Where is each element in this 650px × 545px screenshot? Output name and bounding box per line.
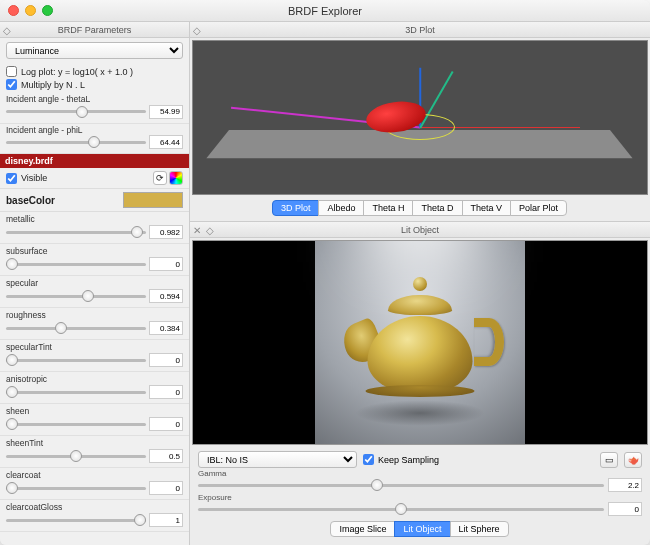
- 3d-plot-tabs: 3D PlotAlbedoTheta HTheta DTheta VPolar …: [190, 197, 650, 221]
- param-label: specularTint: [6, 342, 183, 352]
- thetaL-slider[interactable]: Incident angle - thetaL: [0, 93, 189, 124]
- ibl-select[interactable]: IBL: No IS: [198, 451, 357, 468]
- param-range[interactable]: [6, 327, 146, 330]
- param-metallic-slider[interactable]: metallic: [0, 212, 189, 244]
- gamma-slider[interactable]: Gamma: [198, 470, 642, 492]
- param-label: clearcoat: [6, 470, 183, 480]
- lit-object-tabs: Image SliceLit ObjectLit Sphere: [190, 518, 650, 542]
- param-subsurface-slider[interactable]: subsurface: [0, 244, 189, 276]
- keep-sampling-label: Keep Sampling: [378, 455, 439, 465]
- thetaL-label: Incident angle - thetaL: [6, 95, 183, 104]
- gamma-range[interactable]: [198, 484, 604, 487]
- tab-polar-plot[interactable]: Polar Plot: [510, 200, 567, 216]
- multiply-nl-checkbox[interactable]: Multiply by N . L: [6, 78, 183, 91]
- param-range[interactable]: [6, 519, 146, 522]
- param-range[interactable]: [6, 423, 146, 426]
- param-label: metallic: [6, 214, 183, 224]
- gamma-value[interactable]: [608, 478, 642, 492]
- thetaL-range[interactable]: [6, 110, 146, 113]
- 3d-plot-pane: ◇ 3D Plot 3D PlotAlbedoTheta HTheta DThe…: [190, 22, 650, 222]
- basecolor-swatch[interactable]: [123, 192, 183, 208]
- visible-label: Visible: [21, 173, 47, 183]
- param-sheen-slider[interactable]: sheen: [0, 404, 189, 436]
- detach-icon[interactable]: ◇: [193, 25, 203, 35]
- phiL-slider[interactable]: Incident angle - phiL: [0, 124, 189, 155]
- color-button[interactable]: [169, 171, 183, 185]
- param-range[interactable]: [6, 295, 146, 298]
- brdf-parameters-panel: ◇ BRDF Parameters Luminance Log plot: y …: [0, 22, 190, 545]
- tab-lit-sphere[interactable]: Lit Sphere: [450, 521, 509, 537]
- log-plot-checkbox[interactable]: Log plot: y = log10( x + 1.0 ): [6, 65, 183, 78]
- exposure-slider[interactable]: Exposure: [198, 494, 642, 516]
- phiL-value[interactable]: [149, 135, 183, 149]
- param-label: roughness: [6, 310, 183, 320]
- param-range[interactable]: [6, 231, 146, 234]
- keep-sampling-checkbox[interactable]: Keep Sampling: [363, 453, 439, 466]
- tab-theta-v[interactable]: Theta V: [462, 200, 512, 216]
- param-specularTint-slider[interactable]: specularTint: [0, 340, 189, 372]
- param-sheenTint-slider[interactable]: sheenTint: [0, 436, 189, 468]
- tab-theta-h[interactable]: Theta H: [363, 200, 413, 216]
- panel-title: 3D Plot: [405, 25, 435, 35]
- tab-image-slice[interactable]: Image Slice: [330, 521, 395, 537]
- exposure-value[interactable]: [608, 502, 642, 516]
- lit-object-pane: ✕ ◇ Lit Object: [190, 222, 650, 545]
- param-value[interactable]: [149, 513, 183, 527]
- screenshot-button[interactable]: ▭: [600, 452, 618, 468]
- panel-title: Lit Object: [401, 225, 439, 235]
- param-anisotropic-slider[interactable]: anisotropic: [0, 372, 189, 404]
- exposure-range[interactable]: [198, 508, 604, 511]
- exposure-label: Exposure: [198, 494, 642, 502]
- param-specular-slider[interactable]: specular: [0, 276, 189, 308]
- detach-icon[interactable]: ◇: [3, 25, 13, 35]
- param-label: specular: [6, 278, 183, 288]
- channel-select[interactable]: Luminance: [6, 42, 183, 59]
- visible-checkbox[interactable]: Visible: [6, 172, 47, 185]
- param-range[interactable]: [6, 455, 146, 458]
- brdf-parameters-header: ◇ BRDF Parameters: [0, 22, 189, 38]
- param-value[interactable]: [149, 481, 183, 495]
- window-title: BRDF Explorer: [0, 5, 650, 17]
- model-button[interactable]: 🫖: [624, 452, 642, 468]
- param-range[interactable]: [6, 391, 146, 394]
- param-range[interactable]: [6, 487, 146, 490]
- 3d-plot-header: ◇ 3D Plot: [190, 22, 650, 38]
- param-roughness-slider[interactable]: roughness: [0, 308, 189, 340]
- thetaL-value[interactable]: [149, 105, 183, 119]
- param-label: sheenTint: [6, 438, 183, 448]
- param-label: sheen: [6, 406, 183, 416]
- app-window: BRDF Explorer ◇ BRDF Parameters Luminanc…: [0, 0, 650, 545]
- param-value[interactable]: [149, 257, 183, 271]
- param-value[interactable]: [149, 385, 183, 399]
- param-label: subsurface: [6, 246, 183, 256]
- param-value[interactable]: [149, 449, 183, 463]
- param-label: anisotropic: [6, 374, 183, 384]
- lit-object-viewport[interactable]: [192, 240, 648, 445]
- param-value[interactable]: [149, 321, 183, 335]
- brdf-file-header[interactable]: disney.brdf: [0, 154, 189, 168]
- param-value[interactable]: [149, 225, 183, 239]
- param-value[interactable]: [149, 417, 183, 431]
- param-range[interactable]: [6, 359, 146, 362]
- close-icon[interactable]: ✕: [193, 225, 203, 235]
- teapot-render: [315, 240, 525, 445]
- 3d-plot-viewport[interactable]: [192, 40, 648, 195]
- phiL-range[interactable]: [6, 141, 146, 144]
- multiply-nl-label: Multiply by N . L: [21, 80, 85, 90]
- gamma-label: Gamma: [198, 470, 642, 478]
- param-clearcoat-slider[interactable]: clearcoat: [0, 468, 189, 500]
- detach-icon[interactable]: ◇: [206, 225, 216, 235]
- tab-theta-d[interactable]: Theta D: [412, 200, 462, 216]
- param-clearcoatGloss-slider[interactable]: clearcoatGloss: [0, 500, 189, 532]
- param-value[interactable]: [149, 289, 183, 303]
- param-range[interactable]: [6, 263, 146, 266]
- tab-3d-plot[interactable]: 3D Plot: [272, 200, 320, 216]
- tab-lit-object[interactable]: Lit Object: [394, 521, 450, 537]
- param-label: clearcoatGloss: [6, 502, 183, 512]
- tab-albedo[interactable]: Albedo: [318, 200, 364, 216]
- panel-title: BRDF Parameters: [58, 25, 132, 35]
- lit-object-header: ✕ ◇ Lit Object: [190, 222, 650, 238]
- titlebar: BRDF Explorer: [0, 0, 650, 22]
- reload-button[interactable]: ⟳: [153, 171, 167, 185]
- param-value[interactable]: [149, 353, 183, 367]
